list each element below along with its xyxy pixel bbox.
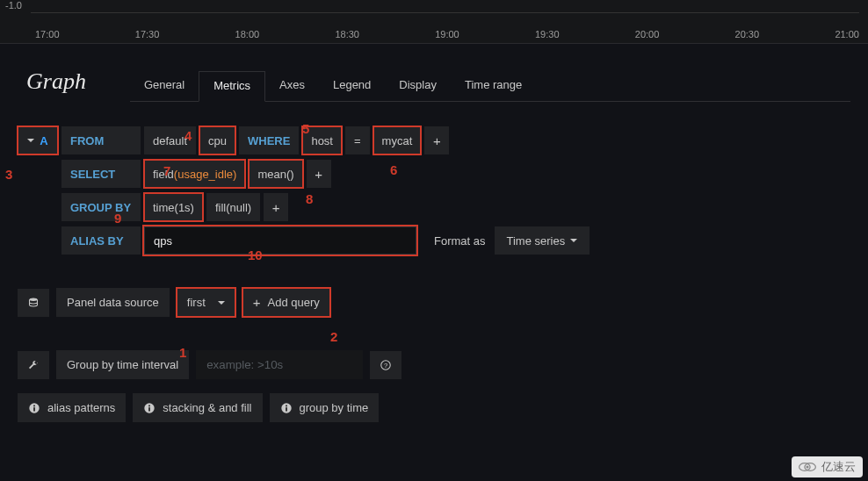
where-keyword: WHERE — [239, 126, 299, 154]
plus-icon: + — [253, 296, 261, 309]
help-row: alias patterns stacking & and fill group… — [0, 390, 868, 426]
tab-axes[interactable]: Axes — [265, 71, 319, 101]
format-as-label: Format as — [434, 234, 486, 248]
help-stacking[interactable]: stacking & and fill — [133, 393, 262, 422]
add-query-button[interactable]: + Add query — [242, 288, 330, 317]
groupby-fill[interactable]: fill(null) — [206, 193, 260, 221]
groupby-time[interactable]: time(1s) — [144, 193, 203, 221]
query-editor: A FROM default cpu WHERE host = mycat + … — [0, 102, 868, 255]
select-field[interactable]: field(usage_idle) — [144, 160, 245, 188]
chart-gridline — [31, 12, 859, 13]
x-tick: 21:00 — [835, 29, 859, 39]
aliasby-keyword: ALIAS BY — [61, 226, 141, 255]
groupby-interval-input-wrap — [196, 350, 363, 379]
groupby-interval-row: Group by time interval ? — [0, 347, 868, 383]
help-alias-label: alias patterns — [47, 401, 115, 414]
callout-6: 6 — [390, 162, 397, 177]
watermark-text: 亿速云 — [821, 459, 856, 475]
panel-title: Graph — [26, 68, 86, 95]
where-add[interactable]: + — [424, 126, 449, 154]
y-tick: -1.0 — [5, 0, 22, 11]
callout-2: 2 — [330, 329, 337, 344]
svg-rect-8 — [148, 405, 150, 406]
callout-4: 4 — [184, 128, 192, 143]
x-ticks: 17:00 17:30 18:00 18:30 19:00 19:30 20:0… — [35, 29, 859, 39]
select-add[interactable]: + — [307, 160, 331, 188]
groupby-keyword: GROUP BY — [61, 193, 141, 221]
panel-datasource-label: Panel data source — [56, 288, 170, 317]
where-operator[interactable]: = — [345, 126, 370, 154]
groupby-interval-input[interactable] — [206, 358, 352, 371]
tab-legend[interactable]: Legend — [319, 71, 385, 101]
datasource-icon — [18, 289, 49, 317]
callout-7: 7 — [163, 163, 170, 178]
editor-tabs: General Metrics Axes Legend Display Time… — [130, 71, 850, 102]
from-measurement[interactable]: cpu — [199, 126, 235, 154]
svg-point-14 — [806, 465, 808, 468]
callout-10: 10 — [248, 248, 263, 262]
format-as-value: Time series — [507, 234, 566, 248]
tab-display[interactable]: Display — [385, 71, 451, 101]
x-tick: 20:30 — [735, 29, 760, 39]
select-function[interactable]: mean() — [249, 160, 302, 188]
x-tick: 17:30 — [135, 29, 160, 39]
select-keyword: SELECT — [61, 160, 141, 188]
alias-input-wrap — [144, 226, 416, 255]
x-tick: 18:00 — [235, 29, 260, 39]
chart-preview: -1.0 17:00 17:30 18:00 18:30 19:00 19:30… — [0, 0, 868, 44]
tab-general[interactable]: General — [130, 71, 199, 101]
wrench-icon — [18, 351, 49, 379]
x-tick: 19:00 — [435, 29, 459, 39]
svg-rect-7 — [148, 407, 150, 411]
query-collapse-toggle[interactable]: A — [18, 126, 58, 154]
svg-rect-4 — [33, 407, 35, 411]
x-tick: 18:30 — [335, 29, 359, 39]
groupby-interval-help[interactable]: ? — [370, 351, 401, 379]
alias-input[interactable] — [154, 234, 407, 248]
x-tick: 19:30 — [535, 29, 560, 39]
where-value[interactable]: mycat — [373, 126, 422, 154]
query-letter: A — [40, 134, 47, 147]
callout-3: 3 — [5, 167, 12, 182]
help-groupby[interactable]: group by time — [270, 393, 380, 422]
help-groupby-label: group by time — [300, 401, 369, 414]
x-tick: 17:00 — [35, 29, 60, 39]
panel-datasource-value: first — [187, 296, 206, 309]
panel-datasource-select[interactable]: first — [177, 288, 235, 317]
tab-time-range[interactable]: Time range — [451, 71, 536, 101]
svg-text:?: ? — [384, 362, 387, 370]
help-stacking-label: stacking & and fill — [163, 401, 251, 414]
svg-rect-10 — [286, 407, 287, 411]
tab-metrics[interactable]: Metrics — [199, 71, 265, 102]
help-alias-patterns[interactable]: alias patterns — [18, 393, 126, 422]
svg-point-0 — [30, 298, 38, 300]
callout-1: 1 — [179, 345, 186, 360]
format-as-select[interactable]: Time series — [495, 226, 590, 255]
groupby-interval-label: Group by time interval — [56, 350, 189, 379]
callout-9: 9 — [114, 211, 121, 226]
panel-datasource-row: Panel data source first + Add query — [0, 284, 868, 320]
callout-5: 5 — [302, 121, 309, 136]
svg-rect-11 — [286, 405, 287, 406]
from-keyword: FROM — [61, 126, 141, 154]
watermark: 亿速云 — [792, 456, 863, 477]
select-field-name: (usage_idle) — [174, 168, 237, 181]
groupby-add[interactable]: + — [264, 193, 288, 221]
callout-8: 8 — [306, 191, 313, 206]
add-query-label: Add query — [268, 296, 320, 309]
svg-rect-5 — [33, 405, 35, 406]
x-tick: 20:00 — [635, 29, 660, 39]
